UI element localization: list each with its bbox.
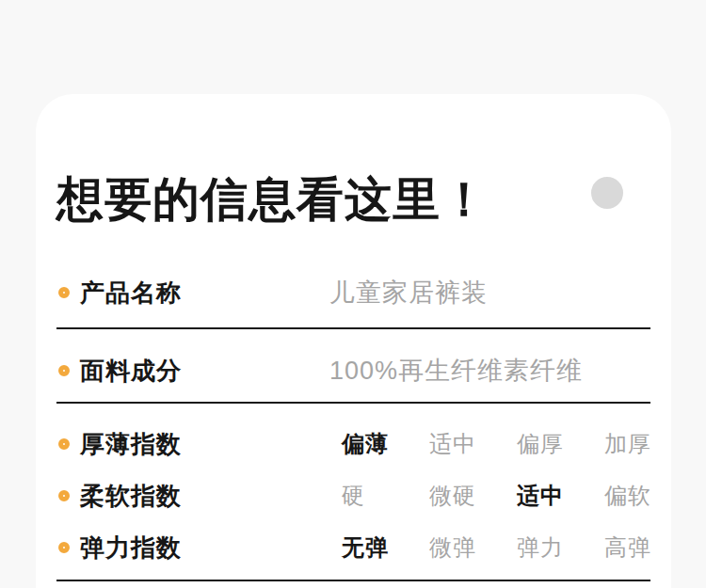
row-softness-index: 柔软指数 硬 微硬 适中 偏软 xyxy=(56,475,650,516)
option-scale: 硬 微硬 适中 偏软 xyxy=(342,481,692,511)
ring-decoration-icon xyxy=(591,177,623,209)
option: 偏软 xyxy=(604,481,692,511)
option: 高弹 xyxy=(604,532,692,563)
bullet-ring-icon xyxy=(58,438,70,450)
row-label: 面料成分 xyxy=(80,355,182,388)
option: 硬 xyxy=(342,481,429,511)
row-label: 厚薄指数 xyxy=(80,428,182,461)
bullet-ring-icon xyxy=(58,287,70,298)
row-value: 100%再生纤维素纤维 xyxy=(329,354,583,388)
option: 偏厚 xyxy=(517,429,604,459)
option: 适中 xyxy=(517,481,604,511)
bullet-ring-icon xyxy=(58,542,70,553)
row-label: 弹力指数 xyxy=(80,532,182,564)
row-elasticity-index: 弹力指数 无弹 微弹 弹力 高弹 xyxy=(56,527,650,568)
card-title: 想要的信息看这里！ xyxy=(56,171,489,228)
option-scale: 偏薄 适中 偏厚 加厚 xyxy=(342,429,692,459)
option: 加厚 xyxy=(604,429,692,459)
row-product-name: 产品名称 儿童家居裤装 xyxy=(56,272,650,313)
option: 微硬 xyxy=(429,481,517,511)
bullet-ring-icon xyxy=(58,490,70,501)
product-info-card: 想要的信息看这里！ 产品名称 儿童家居裤装 面料成分 100%再生纤维素纤维 厚… xyxy=(36,94,671,588)
option: 偏薄 xyxy=(342,429,429,459)
page-background: 想要的信息看这里！ 产品名称 儿童家居裤装 面料成分 100%再生纤维素纤维 厚… xyxy=(0,0,706,588)
row-label: 柔软指数 xyxy=(80,480,182,513)
option: 弹力 xyxy=(517,532,604,563)
option: 微弹 xyxy=(429,532,517,563)
divider xyxy=(56,402,650,404)
divider xyxy=(56,580,650,581)
option: 无弹 xyxy=(342,532,429,563)
bullet-ring-icon xyxy=(58,365,70,376)
option: 适中 xyxy=(429,429,517,459)
row-thickness-index: 厚薄指数 偏薄 适中 偏厚 加厚 xyxy=(56,423,650,465)
row-value: 儿童家居裤装 xyxy=(329,276,488,310)
option-scale: 无弹 微弹 弹力 高弹 xyxy=(342,532,692,563)
row-label: 产品名称 xyxy=(80,277,182,310)
divider xyxy=(56,327,650,329)
row-fabric-composition: 面料成分 100%再生纤维素纤维 xyxy=(56,350,650,391)
